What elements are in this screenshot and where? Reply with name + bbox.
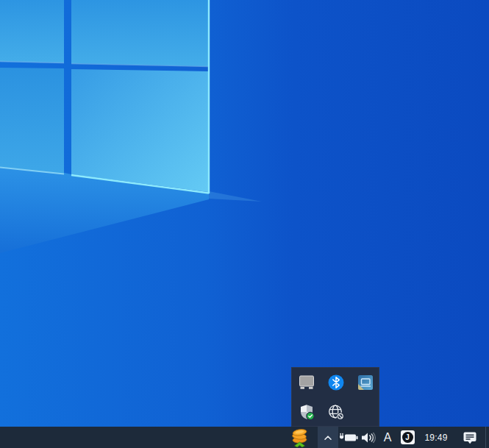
globe-no-internet-icon (327, 403, 345, 421)
notification-bubble-icon (462, 430, 478, 445)
ime-language-mode-letter: A (384, 431, 392, 444)
ime-badge-letter: J (405, 434, 410, 441)
chevron-up-icon (322, 432, 334, 444)
pc-suite-app-icon (357, 374, 374, 391)
tray-item-network[interactable] (321, 397, 351, 427)
wallpaper-image (0, 0, 489, 427)
ime-language-mode-button[interactable]: A (378, 427, 397, 448)
taskbar: A J 19:49 (0, 427, 489, 448)
taskbar-coins-app-button[interactable] (286, 427, 314, 448)
show-hidden-icons-button[interactable] (318, 427, 338, 448)
windows-security-shield-icon (298, 403, 315, 421)
taskbar-clock[interactable]: 19:49 (418, 427, 454, 448)
battery-charging-icon (338, 432, 359, 444)
volume-button[interactable] (359, 427, 378, 448)
action-center-button[interactable] (454, 427, 485, 448)
screen: A J 19:49 (0, 0, 489, 448)
bluetooth-icon (327, 374, 345, 391)
ime-j-badge-icon: J (401, 430, 415, 444)
show-desktop-button[interactable] (485, 427, 489, 448)
tray-item-pc-suite[interactable] (351, 368, 380, 397)
tray-item-bluetooth[interactable] (321, 368, 351, 397)
ime-tool-button[interactable]: J (397, 427, 418, 448)
battery-status-button[interactable] (338, 427, 359, 448)
touchpad-icon (298, 374, 315, 391)
coins-stack-icon (290, 427, 310, 448)
desktop[interactable] (0, 0, 489, 427)
speaker-icon (360, 431, 376, 444)
tray-item-touchpad[interactable] (292, 368, 321, 397)
clock-time: 19:49 (424, 433, 447, 443)
tray-item-windows-security[interactable] (292, 397, 321, 427)
tray-overflow-flyout (291, 367, 379, 427)
